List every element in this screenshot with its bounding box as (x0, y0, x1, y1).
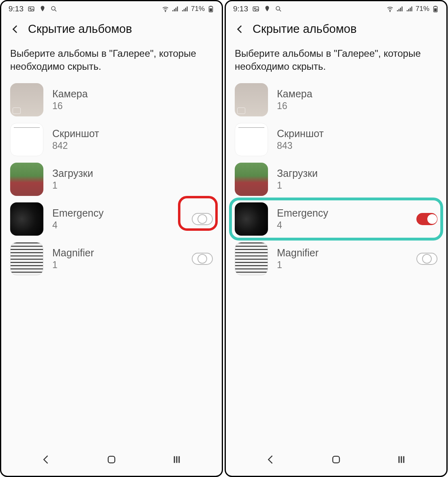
signal-icon (171, 5, 179, 13)
nav-recent-button[interactable] (393, 451, 409, 468)
album-row[interactable]: Magnifier1 (1, 239, 222, 279)
album-info: Emergency4 (277, 207, 407, 231)
album-name: Magnifier (277, 247, 407, 259)
svg-point-9 (254, 8, 255, 9)
signal-icon-2 (406, 5, 413, 13)
nav-back-button[interactable] (38, 451, 54, 468)
nav-recent-button[interactable] (169, 451, 185, 468)
page-title: Скрытие альбомов (253, 22, 357, 36)
search-icon (50, 5, 58, 13)
toggle-knob (422, 254, 432, 264)
status-time: 9:13 (9, 4, 24, 13)
album-list: Камера16Скриншот843Загрузки1Emergency4Ma… (226, 77, 446, 445)
phone-screen-right: 9:13 71% (225, 0, 448, 477)
svg-rect-13 (435, 6, 437, 7)
album-count: 1 (277, 260, 407, 271)
album-count: 843 (277, 140, 437, 151)
nav-home-button[interactable] (328, 451, 344, 468)
album-name: Камера (277, 88, 437, 100)
weather-icon (39, 5, 46, 13)
album-count: 4 (52, 220, 183, 231)
signal-icon (396, 5, 403, 13)
wifi-icon (162, 5, 169, 13)
album-count: 842 (52, 140, 213, 151)
battery-percent: 71% (191, 5, 205, 13)
weather-icon (264, 5, 271, 13)
album-name: Magnifier (52, 247, 183, 259)
toggle-knob (197, 214, 207, 224)
album-row[interactable]: Камера16 (1, 80, 222, 120)
album-info: Emergency4 (52, 207, 183, 231)
nav-back-button[interactable] (263, 451, 279, 468)
svg-rect-7 (108, 456, 115, 463)
hide-toggle[interactable] (416, 213, 437, 225)
album-row[interactable]: Камера16 (226, 80, 446, 120)
search-icon (275, 5, 282, 13)
back-button[interactable] (10, 24, 21, 34)
svg-point-11 (390, 11, 390, 12)
page-title: Скрытие альбомов (28, 22, 132, 36)
svg-rect-5 (210, 6, 212, 7)
album-thumbnail (235, 123, 268, 156)
status-time: 9:13 (233, 4, 248, 13)
nav-home-button[interactable] (103, 451, 120, 468)
album-name: Скриншот (52, 128, 213, 140)
phone-screen-left: 9:13 71% (0, 0, 223, 477)
album-row[interactable]: Загрузки1 (226, 159, 446, 199)
wifi-icon (386, 5, 394, 13)
album-count: 16 (52, 101, 213, 112)
album-info: Загрузки1 (277, 168, 437, 191)
nav-bar (226, 445, 446, 476)
album-thumbnail (10, 163, 43, 196)
album-thumbnail (10, 242, 43, 275)
svg-point-3 (165, 11, 166, 12)
album-count: 4 (277, 220, 407, 231)
album-name: Загрузки (52, 168, 213, 179)
album-name: Скриншот (277, 128, 437, 140)
page-subtitle: Выберите альбомы в "Галерее", которые не… (226, 40, 446, 77)
album-name: Загрузки (277, 168, 437, 179)
album-count: 1 (52, 180, 213, 191)
svg-rect-6 (210, 9, 212, 12)
album-thumbnail (10, 202, 43, 236)
album-thumbnail (235, 202, 268, 236)
album-info: Камера16 (52, 88, 213, 112)
svg-point-1 (30, 8, 31, 9)
album-name: Emergency (277, 207, 407, 219)
nav-bar (1, 445, 222, 476)
hide-toggle[interactable] (192, 253, 213, 265)
battery-percent: 71% (416, 5, 429, 13)
page-header: Скрытие альбомов (1, 15, 222, 40)
album-row[interactable]: Emergency4 (1, 199, 222, 239)
status-bar: 9:13 71% (1, 1, 222, 15)
picture-icon (252, 5, 259, 13)
album-row[interactable]: Скриншот843 (226, 120, 446, 159)
toggle-knob (197, 254, 207, 264)
status-bar: 9:13 71% (226, 1, 446, 15)
album-name: Emergency (52, 207, 183, 219)
album-list: Камера16Скриншот842Загрузки1Emergency4Ma… (1, 77, 222, 445)
album-thumbnail (235, 242, 268, 275)
picture-icon (28, 5, 35, 13)
album-info: Magnifier1 (52, 247, 183, 271)
signal-icon-2 (181, 5, 189, 13)
hide-toggle[interactable] (192, 213, 213, 225)
album-thumbnail (235, 163, 268, 196)
hide-toggle[interactable] (416, 253, 437, 265)
page-header: Скрытие альбомов (226, 15, 446, 40)
back-button[interactable] (235, 24, 245, 34)
album-count: 1 (277, 180, 437, 191)
album-count: 1 (52, 260, 183, 271)
toggle-knob (427, 214, 437, 224)
album-row[interactable]: Emergency4 (226, 199, 446, 239)
battery-icon (207, 5, 214, 13)
svg-point-2 (51, 6, 55, 10)
battery-icon (432, 5, 439, 13)
album-info: Скриншот843 (277, 128, 437, 151)
svg-point-10 (276, 6, 280, 10)
album-row[interactable]: Magnifier1 (226, 239, 446, 279)
svg-rect-15 (333, 456, 339, 463)
album-name: Камера (52, 88, 213, 100)
album-row[interactable]: Скриншот842 (1, 120, 222, 159)
album-row[interactable]: Загрузки1 (1, 159, 222, 199)
